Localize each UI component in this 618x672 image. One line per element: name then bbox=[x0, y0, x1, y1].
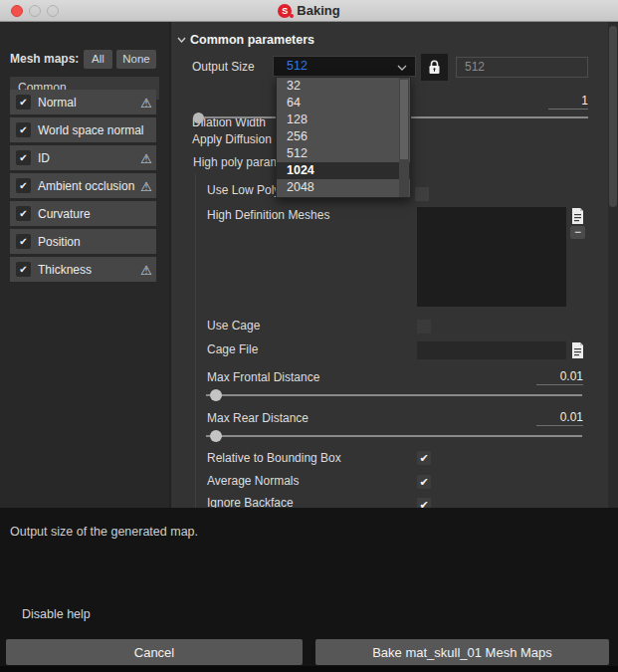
dropdown-option[interactable]: 32 bbox=[277, 78, 410, 95]
max-frontal-distance-slider-handle[interactable] bbox=[210, 389, 222, 401]
cage-file-field[interactable] bbox=[417, 341, 566, 359]
disable-help-link[interactable]: Disable help bbox=[22, 607, 91, 621]
lock-size-button[interactable] bbox=[421, 54, 448, 81]
dropdown-option[interactable]: 64 bbox=[277, 95, 410, 112]
mesh-maps-sidebar: Mesh maps: All None Common ✔ Normal ⚠ ✔ … bbox=[0, 22, 169, 508]
use-low-poly-label: Use Low Poly bbox=[207, 183, 280, 197]
dropdown-option[interactable]: 512 bbox=[277, 145, 410, 162]
select-all-button[interactable]: All bbox=[84, 50, 112, 69]
file-browse-icon[interactable] bbox=[571, 208, 584, 224]
mesh-map-row-id[interactable]: ✔ ID ⚠ bbox=[10, 145, 156, 170]
dropdown-option[interactable]: 2048 bbox=[277, 179, 410, 196]
close-window-button[interactable] bbox=[11, 5, 23, 17]
dropdown-scrollbar-thumb[interactable] bbox=[400, 80, 408, 159]
bake-button[interactable]: Bake mat_skull_01 Mesh Maps bbox=[315, 639, 609, 665]
max-rear-distance-slider-handle[interactable] bbox=[210, 430, 222, 442]
use-cage-checkbox[interactable] bbox=[417, 320, 431, 334]
use-cage-label: Use Cage bbox=[207, 319, 260, 333]
mesh-map-row-normal[interactable]: ✔ Normal ⚠ bbox=[10, 90, 156, 114]
mesh-map-row-thickness[interactable]: ✔ Thickness ⚠ bbox=[10, 257, 156, 282]
warning-icon: ⚠ bbox=[140, 178, 152, 193]
ambient-occlusion-checkbox[interactable]: ✔ bbox=[16, 178, 31, 193]
ignore-backface-label: Ignore Backface bbox=[207, 496, 294, 508]
apply-diffusion-label: Apply Diffusion bbox=[192, 132, 272, 146]
ignore-backface-checkbox[interactable]: ✔ bbox=[417, 498, 431, 508]
max-rear-distance-label: Max Rear Distance bbox=[207, 411, 309, 425]
use-low-poly-checkbox[interactable] bbox=[415, 187, 429, 201]
output-size-label: Output Size bbox=[192, 60, 255, 74]
cancel-button[interactable]: Cancel bbox=[6, 639, 303, 665]
warning-icon: ⚠ bbox=[140, 262, 152, 277]
chevron-down-icon bbox=[397, 65, 407, 71]
select-none-button[interactable]: None bbox=[116, 50, 156, 69]
output-size-dropdown[interactable]: 512 bbox=[273, 56, 416, 77]
mesh-map-row-curvature[interactable]: ✔ Curvature bbox=[10, 201, 156, 226]
substance-painter-logo-icon: S bbox=[278, 4, 292, 18]
mesh-maps-header: Mesh maps: bbox=[10, 50, 79, 69]
max-frontal-distance-slider[interactable] bbox=[206, 394, 582, 396]
warning-icon: ⚠ bbox=[140, 95, 152, 110]
high-definition-meshes-label: High Definition Meshes bbox=[207, 208, 329, 222]
dilation-width-value[interactable]: 1 bbox=[548, 94, 588, 110]
relative-to-bounding-box-label: Relative to Bounding Box bbox=[207, 451, 341, 465]
help-text: Output size of the generated map. bbox=[10, 525, 198, 539]
world-space-normal-checkbox[interactable]: ✔ bbox=[16, 122, 31, 137]
output-size-dropdown-list: 32 64 128 256 512 1024 2048 4096 bbox=[276, 77, 411, 198]
cage-file-label: Cage File bbox=[207, 342, 258, 356]
warning-icon: ⚠ bbox=[140, 150, 152, 165]
minimize-window-button bbox=[29, 5, 41, 17]
section-header-common-parameters[interactable]: Common parameters bbox=[190, 33, 314, 47]
mesh-map-row-world-space-normal[interactable]: ✔ World space normal bbox=[10, 117, 156, 142]
high-definition-meshes-list[interactable] bbox=[417, 207, 566, 307]
max-rear-distance-slider[interactable] bbox=[206, 435, 582, 437]
relative-to-bounding-box-checkbox[interactable]: ✔ bbox=[417, 451, 431, 465]
dropdown-option-highlighted[interactable]: 1024 bbox=[277, 162, 410, 179]
max-frontal-distance-label: Max Frontal Distance bbox=[207, 370, 319, 384]
output-size-height-field[interactable]: 512 bbox=[456, 57, 588, 78]
position-checkbox[interactable]: ✔ bbox=[16, 234, 31, 249]
average-normals-label: Average Normals bbox=[207, 474, 299, 488]
mesh-map-row-position[interactable]: ✔ Position bbox=[10, 229, 156, 254]
max-frontal-distance-value[interactable]: 0.01 bbox=[536, 369, 583, 385]
window-title: Baking bbox=[297, 3, 339, 18]
max-rear-distance-value[interactable]: 0.01 bbox=[536, 410, 583, 426]
normal-checkbox[interactable]: ✔ bbox=[16, 95, 31, 110]
mesh-map-row-ambient-occlusion[interactable]: ✔ Ambient occlusion ⚠ bbox=[10, 173, 156, 198]
remove-mesh-button[interactable]: − bbox=[570, 226, 585, 239]
lock-icon bbox=[428, 60, 441, 75]
panel-scrollbar-thumb[interactable] bbox=[609, 26, 617, 207]
zoom-window-button bbox=[47, 5, 59, 17]
window-bottom-edge bbox=[0, 666, 618, 672]
baking-dialog-window: S Baking Mesh maps: All None Common ✔ No… bbox=[0, 0, 618, 672]
average-normals-checkbox[interactable]: ✔ bbox=[417, 475, 431, 489]
title-bar: S Baking bbox=[0, 0, 618, 22]
id-checkbox[interactable]: ✔ bbox=[16, 150, 31, 165]
dropdown-option[interactable]: 128 bbox=[277, 112, 410, 128]
chevron-down-icon[interactable] bbox=[177, 37, 186, 43]
thickness-checkbox[interactable]: ✔ bbox=[16, 262, 31, 277]
dropdown-option[interactable]: 256 bbox=[277, 128, 410, 145]
group-indent-line bbox=[195, 174, 196, 508]
file-browse-icon[interactable] bbox=[571, 342, 584, 358]
curvature-checkbox[interactable]: ✔ bbox=[16, 206, 31, 221]
dropdown-option[interactable]: 4096 bbox=[277, 196, 410, 198]
dilation-width-slider-handle[interactable] bbox=[193, 112, 204, 123]
